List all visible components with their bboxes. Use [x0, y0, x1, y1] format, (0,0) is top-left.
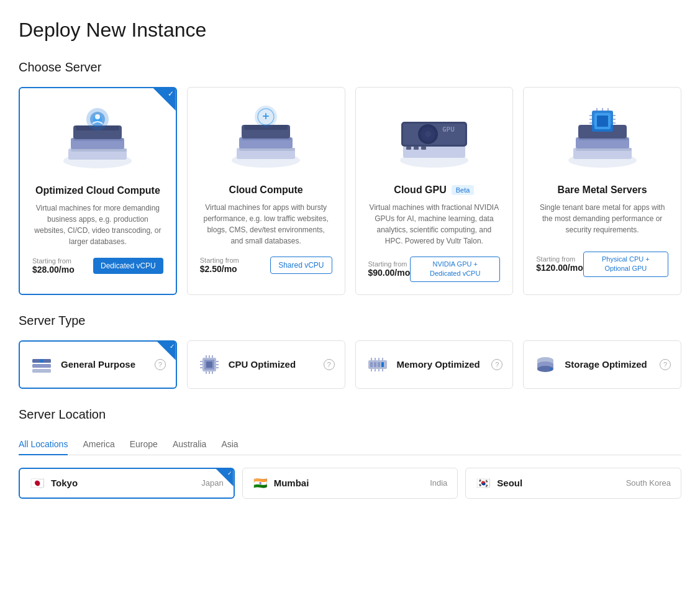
type-card-general[interactable]: ✓ General Purpose ? — [19, 340, 177, 389]
flag-tokyo: 🇯🇵 — [30, 478, 45, 489]
beta-badge: Beta — [452, 185, 475, 195]
choose-server-heading: Choose Server — [19, 60, 681, 75]
svg-rect-52 — [32, 364, 51, 368]
help-icon-general[interactable]: ? — [155, 359, 166, 370]
choose-server-section: Choose Server ✓ — [19, 60, 681, 295]
server-card-cloud[interactable]: Cloud Compute Virtual machines for apps … — [187, 87, 345, 295]
svg-point-54 — [40, 359, 43, 363]
server-location-section: Server Location All Locations America Eu… — [19, 407, 681, 499]
server-card-gpu[interactable]: GPU Cloud GPU Beta Virtual machines with… — [355, 87, 514, 295]
type-label-general: General Purpose — [61, 359, 147, 370]
svg-rect-72 — [374, 362, 376, 367]
flag-mumbai: 🇮🇳 — [253, 478, 268, 489]
svg-rect-30 — [406, 147, 411, 150]
badge-optimized[interactable]: Dedicated vCPU — [93, 258, 163, 274]
badge-bare[interactable]: Physical CPU + Optional GPU — [583, 252, 668, 277]
location-card-mumbai[interactable]: 🇮🇳 Mumbai India — [242, 468, 458, 499]
tab-australia[interactable]: Australia — [173, 434, 206, 455]
flag-seoul: 🇰🇷 — [476, 478, 491, 489]
type-label-memory: Memory Optimized — [397, 359, 484, 370]
tab-america[interactable]: America — [83, 434, 114, 455]
card-image-cloud — [222, 100, 309, 175]
help-icon-memory[interactable]: ? — [491, 359, 502, 370]
svg-rect-57 — [206, 361, 212, 368]
location-card-tokyo[interactable]: ✓ 🇯🇵 Tokyo Japan — [19, 468, 235, 499]
server-type-section: Server Type ✓ General Purpose ? — [19, 314, 681, 389]
selected-check-general: ✓ — [157, 342, 176, 360]
svg-point-21 — [255, 106, 277, 128]
svg-point-88 — [550, 368, 552, 370]
svg-rect-73 — [378, 362, 380, 367]
card-title-bare: Bare Metal Servers — [536, 184, 668, 196]
help-icon-storage[interactable]: ? — [660, 359, 671, 370]
card-desc-bare: Single tenant bare metal for apps with t… — [536, 202, 668, 242]
price-cloud: Starting from $2.50/mo — [200, 257, 239, 274]
storage-optimized-icon — [534, 353, 557, 376]
tab-asia[interactable]: Asia — [221, 434, 238, 455]
card-footer-bare: Starting from $120.00/mo Physical CPU + … — [536, 252, 668, 277]
selected-check-optimized: ✓ — [153, 88, 176, 111]
location-name-seoul: Seoul — [497, 478, 619, 488]
location-tabs: All Locations America Europe Australia A… — [19, 434, 681, 455]
memory-optimized-icon — [366, 353, 389, 376]
location-country-mumbai: India — [430, 478, 447, 488]
svg-rect-31 — [414, 147, 419, 150]
type-label-storage: Storage Optimized — [565, 359, 652, 370]
card-footer-gpu: Starting from $90.00/mo NVIDIA GPU + Ded… — [368, 257, 501, 282]
svg-text:GPU: GPU — [442, 125, 455, 134]
server-cards-grid: ✓ — [19, 87, 681, 295]
cpu-optimized-icon — [198, 353, 221, 376]
server-location-heading: Server Location — [19, 407, 681, 422]
svg-rect-41 — [597, 116, 608, 127]
type-card-storage[interactable]: Storage Optimized ? — [523, 340, 681, 389]
card-desc-optimized: Virtual machines for more demanding busi… — [32, 202, 163, 247]
location-card-seoul[interactable]: 🇰🇷 Seoul South Korea — [465, 468, 681, 499]
card-desc-gpu: Virtual machines with fractional NVIDIA … — [368, 202, 501, 247]
location-name-tokyo: Tokyo — [51, 478, 195, 488]
svg-rect-23 — [403, 145, 465, 158]
badge-gpu[interactable]: NVIDIA GPU + Dedicated vCPU — [410, 257, 500, 282]
card-desc-cloud: Virtual machines for apps with bursty pe… — [200, 202, 332, 247]
price-optimized: Starting from $28.00/mo — [32, 257, 75, 275]
card-footer-cloud: Starting from $2.50/mo Shared vCPU — [200, 257, 332, 274]
card-image-bare — [559, 100, 646, 175]
general-purpose-icon — [30, 353, 53, 376]
card-title-gpu: Cloud GPU Beta — [368, 184, 501, 196]
card-image-gpu: GPU — [391, 100, 478, 175]
card-title-optimized: Optimized Cloud Compute — [32, 185, 163, 196]
server-type-heading: Server Type — [19, 314, 681, 328]
type-card-cpu[interactable]: CPU Optimized ? — [187, 340, 345, 389]
svg-point-10 — [95, 114, 100, 119]
price-gpu: Starting from $90.00/mo — [368, 260, 411, 278]
svg-rect-51 — [32, 369, 51, 373]
price-bare: Starting from $120.00/mo — [536, 255, 583, 273]
type-label-cpu: CPU Optimized — [229, 359, 316, 370]
location-country-seoul: South Korea — [626, 478, 671, 488]
card-footer-optimized: Starting from $28.00/mo Dedicated vCPU — [32, 257, 163, 275]
location-country-tokyo: Japan — [201, 478, 223, 488]
location-name-mumbai: Mumbai — [274, 478, 424, 488]
type-cards-grid: ✓ General Purpose ? — [19, 340, 681, 389]
badge-cloud[interactable]: Shared vCPU — [270, 257, 332, 274]
svg-rect-71 — [370, 362, 373, 367]
svg-rect-74 — [381, 362, 384, 367]
tab-europe[interactable]: Europe — [130, 434, 158, 455]
type-card-memory[interactable]: Memory Optimized ? — [355, 340, 514, 389]
location-cards-grid: ✓ 🇯🇵 Tokyo Japan 🇮🇳 Mumbai India 🇰🇷 Seou… — [19, 468, 681, 499]
help-icon-cpu[interactable]: ? — [324, 359, 335, 370]
page-title: Deploy New Instance — [19, 19, 681, 42]
svg-rect-32 — [421, 147, 426, 150]
card-title-cloud: Cloud Compute — [200, 184, 332, 196]
tab-all-locations[interactable]: All Locations — [19, 434, 68, 455]
server-card-bare[interactable]: Bare Metal Servers Single tenant bare me… — [523, 87, 681, 295]
card-image-optimized — [54, 101, 141, 175]
server-card-optimized[interactable]: ✓ — [19, 87, 177, 295]
